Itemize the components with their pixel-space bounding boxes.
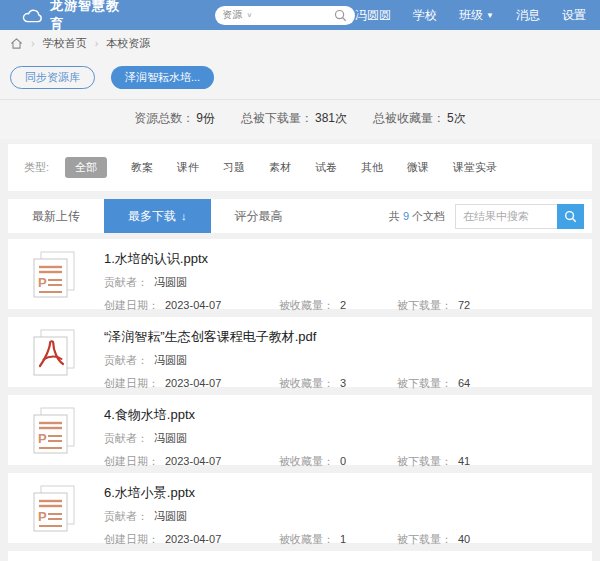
tab-sync-library[interactable]: 同步资源库 xyxy=(10,66,95,89)
breadcrumb-separator: › xyxy=(31,37,35,49)
filter-lesson-plans[interactable]: 教案 xyxy=(131,157,153,178)
svg-text:P: P xyxy=(38,275,47,290)
filter-courseware[interactable]: 课件 xyxy=(177,157,199,178)
nav-class-dropdown[interactable]: 班级 ▼ xyxy=(459,7,494,24)
type-filter: 类型: 全部 教案 课件 习题 素材 试卷 其他 微课 课堂实录 xyxy=(8,144,592,191)
page: 龙游智慧教育 资源 ∨ 冯圆圆 学校 班级 ▼ 消息 设置 › 学 xyxy=(0,0,600,561)
document-row: P 1.水培的认识.pptx 贡献者：冯圆圆 创建日期：2023-04-07 被… xyxy=(8,239,592,309)
stat-total: 资源总数：9份 xyxy=(134,110,215,127)
sort-desc-icon: ↓ xyxy=(181,210,187,222)
nav-user[interactable]: 冯圆圆 xyxy=(355,7,391,24)
nav-settings[interactable]: 设置 xyxy=(562,7,586,24)
nav-school[interactable]: 学校 xyxy=(413,7,437,24)
ppt-file-icon: P xyxy=(32,250,78,309)
filter-materials[interactable]: 素材 xyxy=(269,157,291,178)
document-body: “泽润智耘”生态创客课程电子教材.pdf 贡献者：冯圆圆 创建日期：2023-0… xyxy=(104,326,576,387)
breadcrumb: › 学校首页 › 本校资源 xyxy=(0,30,600,56)
cloud-logo-icon xyxy=(22,7,43,24)
search-icon[interactable] xyxy=(334,9,347,22)
top-nav: 冯圆圆 学校 班级 ▼ 消息 设置 xyxy=(355,7,586,24)
document-contributor: 贡献者：冯圆圆 xyxy=(104,431,576,446)
filter-all[interactable]: 全部 xyxy=(65,157,107,178)
type-filter-label: 类型: xyxy=(24,160,49,175)
brand-name: 龙游智慧教育 xyxy=(50,0,125,33)
result-search-button[interactable] xyxy=(557,204,584,229)
search-category-label: 资源 xyxy=(223,8,243,22)
filter-exercises[interactable]: 习题 xyxy=(223,157,245,178)
breadcrumb-current: 本校资源 xyxy=(106,36,150,51)
document-title[interactable]: 1.水培的认识.pptx xyxy=(104,250,576,268)
header-search-field[interactable]: 资源 ∨ xyxy=(215,6,356,25)
brand[interactable]: 龙游智慧教育 xyxy=(22,0,125,33)
document-count: 共9个文档 xyxy=(389,209,445,224)
chevron-down-icon: ▼ xyxy=(486,11,494,20)
document-meta: 创建日期：2023-04-07 被收藏量：0 被下载量：41 xyxy=(104,454,576,469)
document-meta: 创建日期：2023-04-07 被收藏量：3 被下载量：64 xyxy=(104,376,576,391)
document-body: 1.水培的认识.pptx 贡献者：冯圆圆 创建日期：2023-04-07 被收藏… xyxy=(104,248,576,309)
breadcrumb-separator: › xyxy=(95,37,99,49)
home-icon[interactable] xyxy=(10,37,23,50)
document-body: 4.食物水培.pptx 贡献者：冯圆圆 创建日期：2023-04-07 被收藏量… xyxy=(104,404,576,465)
sort-tab-most-downloads-label: 最多下载 xyxy=(128,209,176,223)
svg-text:P: P xyxy=(38,431,47,446)
filter-classroom-records[interactable]: 课堂实录 xyxy=(453,157,497,178)
document-contributor: 贡献者：冯圆圆 xyxy=(104,275,576,290)
document-title[interactable]: 6.水培小景.pptx xyxy=(104,484,576,502)
document-row: P 6.水培小景.pptx 贡献者：冯圆圆 创建日期：2023-04-07 被收… xyxy=(8,473,592,543)
top-header: 龙游智慧教育 资源 ∨ 冯圆圆 学校 班级 ▼ 消息 设置 xyxy=(0,0,600,30)
tab-zerun-library-active[interactable]: 泽润智耘水培... xyxy=(111,66,214,89)
library-tabs: 同步资源库 泽润智耘水培... xyxy=(0,56,600,99)
svg-text:P: P xyxy=(38,509,47,524)
sort-bar: 最新上传 最多下载↓ 评分最高 共9个文档 xyxy=(8,199,592,233)
result-search-input[interactable] xyxy=(455,204,557,229)
document-contributor: 贡献者：冯圆圆 xyxy=(104,509,576,524)
ppt-file-icon: P xyxy=(32,406,78,465)
nav-class-label: 班级 xyxy=(459,7,483,24)
document-row: P 7.水培的容器.pptx xyxy=(8,551,592,561)
stat-downloads: 总被下载量：381次 xyxy=(241,110,347,127)
search-category-dropdown[interactable]: 资源 ∨ xyxy=(223,8,253,22)
stat-favorites: 总被收藏量：5次 xyxy=(373,110,466,127)
sort-tab-newest[interactable]: 最新上传 xyxy=(8,199,104,233)
sort-tab-highest-rating[interactable]: 评分最高 xyxy=(211,199,307,233)
document-contributor: 贡献者：冯圆圆 xyxy=(104,353,576,368)
filter-test-papers[interactable]: 试卷 xyxy=(315,157,337,178)
stats-row: 资源总数：9份 总被下载量：381次 总被收藏量：5次 xyxy=(0,99,600,139)
sort-right-group: 共9个文档 xyxy=(389,199,592,233)
chevron-down-icon: ∨ xyxy=(247,11,253,18)
document-row: P 4.食物水培.pptx 贡献者：冯圆圆 创建日期：2023-04-07 被收… xyxy=(8,395,592,465)
document-meta: 创建日期：2023-04-07 被收藏量：1 被下载量：40 xyxy=(104,532,576,547)
document-meta: 创建日期：2023-04-07 被收藏量：2 被下载量：72 xyxy=(104,298,576,313)
ppt-file-icon: P xyxy=(32,484,78,543)
filter-other[interactable]: 其他 xyxy=(361,157,383,178)
filter-micro-lessons[interactable]: 微课 xyxy=(407,157,429,178)
document-list: P 1.水培的认识.pptx 贡献者：冯圆圆 创建日期：2023-04-07 被… xyxy=(8,239,592,561)
document-title[interactable]: 4.食物水培.pptx xyxy=(104,406,576,424)
breadcrumb-school-home[interactable]: 学校首页 xyxy=(43,36,87,51)
document-row: “泽润智耘”生态创客课程电子教材.pdf 贡献者：冯圆圆 创建日期：2023-0… xyxy=(8,317,592,387)
document-title[interactable]: “泽润智耘”生态创客课程电子教材.pdf xyxy=(104,328,576,346)
nav-messages[interactable]: 消息 xyxy=(516,7,540,24)
pdf-file-icon xyxy=(32,328,78,387)
sort-tab-most-downloads[interactable]: 最多下载↓ xyxy=(104,199,211,233)
document-body: 6.水培小景.pptx 贡献者：冯圆圆 创建日期：2023-04-07 被收藏量… xyxy=(104,482,576,543)
result-search xyxy=(455,204,584,229)
